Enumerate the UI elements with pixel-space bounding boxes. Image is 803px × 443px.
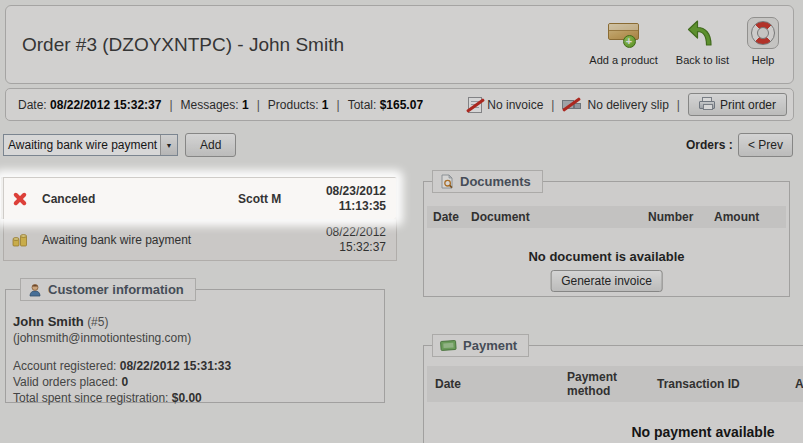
- add-status-button[interactable]: Add: [185, 133, 236, 157]
- order-status-select[interactable]: Awaiting bank wire payment ▼: [3, 134, 178, 156]
- help-lifebuoy-icon: [747, 15, 779, 51]
- add-product-button[interactable]: + Add a product: [589, 15, 658, 66]
- payment-panel: Payment Date Payment method Transaction …: [423, 345, 803, 443]
- status-history-row-awaiting: Awaiting bank wire payment 08/22/201215:…: [4, 219, 396, 260]
- banknote-icon: [440, 339, 457, 352]
- col-payment-method: Payment method: [567, 366, 631, 402]
- add-product-label: Add a product: [589, 54, 658, 66]
- col-date: Date: [433, 210, 471, 224]
- order-info-bar: Date: 08/22/2012 15:32:37 | Messages: 1 …: [5, 88, 794, 121]
- coins-icon: [12, 232, 42, 248]
- chevron-down-icon: ▼: [160, 135, 177, 155]
- print-order-label: Print order: [720, 98, 776, 112]
- customer-name: John Smith: [13, 314, 84, 329]
- valid-orders-row: Valid orders placed: 0: [13, 374, 374, 390]
- document-magnifier-icon: [440, 174, 454, 189]
- order-detail-page: Order #3 (DZOYXNTPC) - John Smith + Add …: [0, 0, 803, 443]
- products-label: Products:: [268, 98, 319, 112]
- no-invoice-icon: [468, 97, 482, 113]
- no-delivery-slip-icon: [562, 98, 582, 112]
- status-history-table: Canceled Scott M 08/23/201211:13:35 Awai…: [3, 177, 397, 261]
- printer-icon: [699, 97, 715, 112]
- total-spent-row: Total spent since registration: $0.00: [13, 390, 374, 406]
- total-value: $165.07: [380, 98, 423, 112]
- customer-information-panel: Customer information John Smith (#5) (jo…: [5, 289, 385, 403]
- col-amount: Amount: [714, 210, 786, 224]
- customer-information-legend: Customer information: [20, 278, 196, 301]
- help-label: Help: [752, 54, 775, 66]
- documents-table-header: Date Document Number Amount: [427, 206, 786, 228]
- add-product-icon: +: [607, 15, 641, 51]
- generate-invoice-button[interactable]: Generate invoice: [550, 270, 663, 292]
- header-panel: Order #3 (DZOYXNTPC) - John Smith + Add …: [5, 5, 794, 84]
- print-order-button[interactable]: Print order: [688, 93, 787, 116]
- prev-order-button[interactable]: < Prev: [738, 133, 793, 157]
- selected-status: Awaiting bank wire payment: [4, 135, 160, 155]
- person-icon: [28, 283, 42, 297]
- payment-table-header: Date Payment method Transaction ID Amoun…: [427, 366, 803, 402]
- page-title: Order #3 (DZOYXNTPC) - John Smith: [22, 6, 344, 83]
- orders-nav-label: Orders :: [686, 138, 733, 152]
- status-name: Canceled: [42, 192, 238, 206]
- back-to-list-label: Back to list: [676, 54, 729, 66]
- date-value: 08/22/2012 15:32:37: [50, 98, 161, 112]
- status-datetime: 08/23/201211:13:35: [308, 184, 386, 214]
- documents-legend: Documents: [432, 170, 543, 193]
- canceled-x-icon: [12, 191, 42, 207]
- back-arrow-icon: [687, 15, 717, 51]
- payment-empty-text: No payment available: [424, 424, 803, 440]
- no-invoice-label: No invoice: [487, 98, 543, 112]
- status-name: Awaiting bank wire payment: [42, 233, 238, 247]
- col-date: Date: [435, 366, 461, 402]
- messages-label: Messages:: [181, 98, 239, 112]
- status-history-row-canceled: Canceled Scott M 08/23/201211:13:35: [4, 178, 396, 219]
- status-datetime: 08/22/201215:32:37: [308, 225, 386, 255]
- products-value: 1: [322, 98, 329, 112]
- payment-legend: Payment: [432, 334, 529, 357]
- customer-id: (#5): [87, 315, 108, 329]
- no-delivery-label: No delivery slip: [587, 98, 668, 112]
- date-label: Date:: [18, 98, 47, 112]
- messages-value: 1: [242, 98, 249, 112]
- documents-empty-text: No document is available: [424, 249, 789, 264]
- customer-email: (johnsmith@inmotiontesting.com): [13, 331, 374, 345]
- col-document: Document: [471, 210, 648, 224]
- toolbar: + Add a product Back to list Help: [589, 15, 779, 66]
- col-transaction-id: Transaction ID: [657, 366, 740, 402]
- col-amount: Amount: [795, 366, 803, 402]
- status-employee: Scott M: [238, 192, 308, 206]
- back-to-list-button[interactable]: Back to list: [676, 15, 729, 66]
- total-label: Total:: [348, 98, 377, 112]
- col-number: Number: [648, 210, 714, 224]
- account-registered-row: Account registered: 08/22/2012 15:31:33: [13, 358, 374, 374]
- documents-panel: Documents Date Document Number Amount No…: [423, 181, 790, 297]
- customer-details: John Smith (#5) (johnsmith@inmotiontesti…: [6, 290, 384, 406]
- help-button[interactable]: Help: [747, 15, 779, 66]
